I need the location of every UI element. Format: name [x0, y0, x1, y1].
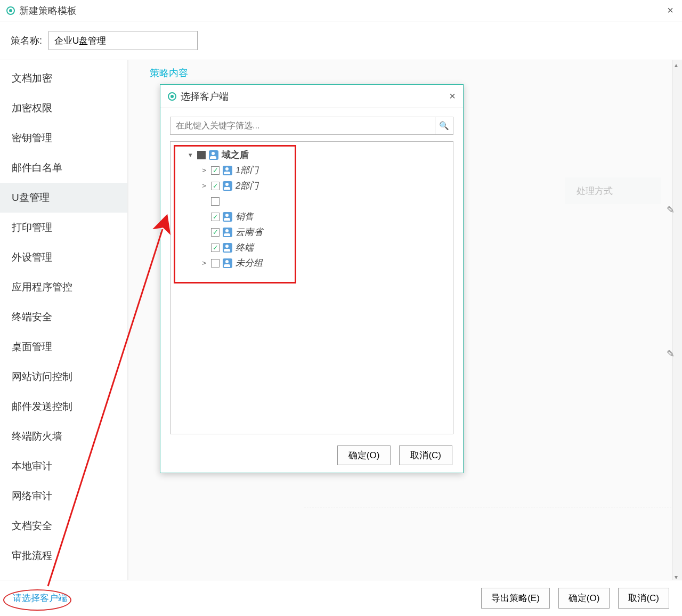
tree-toggle-icon[interactable]: > [200, 182, 208, 190]
person-icon [223, 181, 232, 191]
close-icon[interactable]: × [667, 4, 673, 17]
edit-icon[interactable]: ✎ [667, 204, 675, 216]
person-icon [223, 212, 232, 222]
sidebar-item[interactable]: 终端防火墙 [0, 422, 127, 451]
sidebar-item[interactable]: 文档加密 [0, 63, 127, 93]
content-header: 策略内容 [128, 60, 682, 86]
close-icon[interactable]: × [449, 90, 456, 102]
sidebar-item[interactable]: 本地审计 [0, 451, 127, 481]
tree-label: 销售 [236, 210, 254, 223]
ok-button[interactable]: 确定(O) [558, 588, 610, 609]
tree-row[interactable]: >未分组 [175, 255, 449, 271]
person-icon [209, 150, 218, 160]
tree-toggle-icon[interactable]: > [200, 166, 208, 174]
sidebar-item[interactable]: 终端安全 [0, 302, 127, 332]
sidebar-item[interactable]: 密钥管理 [0, 123, 127, 153]
tree-label: 未分组 [236, 257, 263, 269]
dialog-body: 🔍 ▾域之盾>✓1部门>✓2部门✓销售✓云南省✓终端>未分组 [160, 108, 463, 443]
sidebar-item[interactable]: 文档安全 [0, 511, 127, 541]
dialog-footer: 确定(O) 取消(C) [337, 445, 452, 465]
export-policy-button[interactable]: 导出策略(E) [481, 588, 550, 609]
sidebar-item[interactable]: 网络审计 [0, 481, 127, 511]
sidebar-item[interactable]: 邮件白名单 [0, 153, 127, 183]
search-input[interactable] [170, 117, 435, 135]
second-edit-region: ✎ [565, 348, 661, 380]
tree-row[interactable]: >✓2部门 [175, 178, 449, 193]
dialog-ok-button[interactable]: 确定(O) [337, 445, 391, 465]
dialog-title: 选择客户端 [181, 90, 229, 103]
person-icon [223, 243, 232, 253]
tree-label: 云南省 [236, 226, 263, 238]
select-client-link[interactable]: 请选择客户端 [13, 592, 67, 604]
search-row: 🔍 [170, 117, 453, 135]
app-icon [6, 6, 15, 15]
main-titlebar: 新建策略模板 × [0, 0, 682, 21]
tree-label: 域之盾 [222, 149, 249, 161]
checkbox[interactable]: ✓ [211, 213, 220, 221]
sidebar-item[interactable]: 邮件发送控制 [0, 392, 127, 422]
cancel-button[interactable]: 取消(C) [618, 588, 669, 609]
person-icon [223, 166, 232, 175]
footer: 请选择客户端 导出策略(E) 确定(O) 取消(C) [0, 580, 682, 616]
tree-row[interactable]: ✓终端 [175, 240, 449, 255]
tree-toggle-icon[interactable]: ▾ [186, 151, 194, 159]
checkbox[interactable]: ✓ [211, 228, 220, 237]
sidebar-item[interactable]: 外设管理 [0, 242, 127, 272]
section-divider [304, 507, 671, 507]
sidebar-item[interactable]: 审批流程 [0, 541, 127, 571]
policy-name-row: 策名称: [0, 21, 682, 60]
checkbox[interactable] [197, 151, 206, 159]
scroll-up-icon[interactable]: ▴ [675, 61, 678, 69]
checkbox[interactable]: ✓ [211, 244, 220, 252]
process-method-box: 处理方式 ✎ [565, 177, 661, 204]
client-tree: ▾域之盾>✓1部门>✓2部门✓销售✓云南省✓终端>未分组 [170, 141, 453, 434]
tree-row[interactable]: >✓1部门 [175, 163, 449, 178]
edit-icon[interactable]: ✎ [667, 348, 675, 360]
sidebar-item[interactable]: 加密权限 [0, 93, 127, 123]
person-icon [223, 228, 232, 237]
sidebar-item[interactable]: 应用程序管控 [0, 272, 127, 302]
sidebar-item[interactable]: 桌面管理 [0, 332, 127, 362]
dialog-cancel-button[interactable]: 取消(C) [399, 445, 452, 465]
policy-name-label: 策名称: [11, 34, 42, 47]
tree-label: 1部门 [236, 164, 258, 176]
tree-label: 终端 [236, 241, 254, 254]
content-scrollbar[interactable]: ▴ ▾ [672, 60, 682, 582]
tree-row[interactable]: ✓销售 [175, 209, 449, 224]
tree-label: 2部门 [236, 180, 258, 192]
person-icon [223, 258, 232, 268]
process-method-label: 处理方式 [565, 177, 661, 204]
sidebar-item[interactable]: U盘管理 [0, 183, 127, 213]
tree-row[interactable] [175, 193, 449, 209]
tree-row[interactable]: ✓云南省 [175, 224, 449, 240]
policy-name-input[interactable] [48, 31, 198, 50]
window-title: 新建策略模板 [19, 4, 77, 17]
checkbox[interactable] [211, 259, 220, 268]
checkbox[interactable]: ✓ [211, 166, 220, 175]
sidebar-item[interactable]: 打印管理 [0, 213, 127, 242]
search-button[interactable]: 🔍 [435, 117, 453, 135]
tree-row[interactable]: ▾域之盾 [175, 147, 449, 163]
dialog-titlebar: 选择客户端 × [160, 85, 463, 108]
tree-toggle-icon[interactable]: > [200, 259, 208, 267]
checkbox[interactable] [211, 197, 220, 206]
app-icon [168, 92, 176, 101]
checkbox[interactable]: ✓ [211, 182, 220, 190]
select-client-dialog: 选择客户端 × 🔍 ▾域之盾>✓1部门>✓2部门✓销售✓云南省✓终端>未分组 确… [160, 84, 464, 473]
sidebar: 文档加密加密权限密钥管理邮件白名单U盘管理打印管理外设管理应用程序管控终端安全桌… [0, 60, 128, 582]
sidebar-item[interactable]: 网站访问控制 [0, 362, 127, 392]
